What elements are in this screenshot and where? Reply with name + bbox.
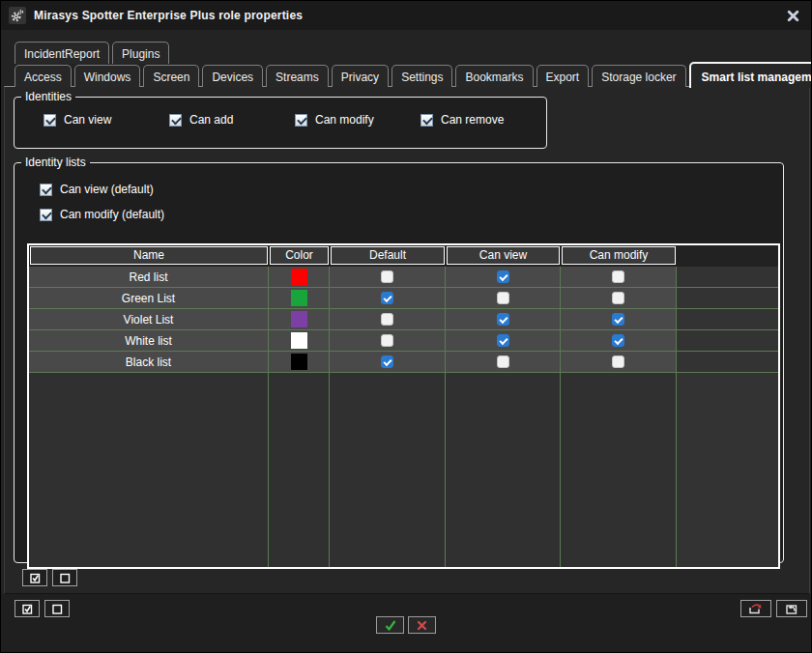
page-check-all-button[interactable] xyxy=(14,600,40,617)
color-swatch xyxy=(291,332,307,349)
tab-row-main: Access Windows Screen Devices Streams Pr… xyxy=(14,63,812,87)
column-header-can-modify: Can modify xyxy=(562,246,676,265)
table-body: Red listGreen ListViolet ListWhite listB… xyxy=(29,267,778,373)
can-view-checkbox[interactable] xyxy=(497,292,509,304)
identity-lists-legend: Identity lists xyxy=(21,156,90,169)
tab-plugins[interactable]: Plugins xyxy=(112,42,169,64)
color-swatch xyxy=(291,269,307,285)
can-view-default-checkbox[interactable] xyxy=(40,184,52,196)
tab-settings[interactable]: Settings xyxy=(392,65,452,87)
table-row[interactable]: White list xyxy=(29,330,778,352)
tab-devices[interactable]: Devices xyxy=(202,65,263,87)
tab-smart-list-management[interactable]: Smart list management xyxy=(689,62,812,88)
default-checkbox[interactable] xyxy=(381,334,393,347)
ok-button[interactable] xyxy=(376,616,404,634)
can-modify-checkbox[interactable] xyxy=(612,313,624,326)
table-row[interactable]: Violet List xyxy=(29,309,778,330)
list-color-cell xyxy=(269,352,330,372)
can-modify-checkbox[interactable] xyxy=(612,292,624,304)
identities-options: Can view Can add Can modify Can remove xyxy=(14,103,546,127)
can-modify-checkbox[interactable] xyxy=(612,270,624,283)
color-swatch xyxy=(291,290,307,306)
can-view-checkbox[interactable] xyxy=(497,355,509,368)
can-view-checkbox[interactable] xyxy=(497,313,509,326)
tab-row-plugins: IncidentReport Plugins xyxy=(14,42,172,64)
column-header-can-view: Can view xyxy=(447,246,560,265)
list-name-cell: Black list xyxy=(29,352,269,372)
window-title: Mirasys Spotter Enterprise Plus role pro… xyxy=(34,9,303,22)
default-checkbox[interactable] xyxy=(381,313,393,326)
can-modify-cell xyxy=(561,352,677,372)
title-bar: Mirasys Spotter Enterprise Plus role pro… xyxy=(1,1,811,30)
table-row[interactable]: Green List xyxy=(29,288,778,309)
can-modify-cell xyxy=(561,288,677,308)
can-remove-checkbox[interactable] xyxy=(420,114,433,127)
column-header-name: Name xyxy=(30,246,268,265)
table-uncheck-all-button[interactable] xyxy=(52,569,77,586)
identities-groupbox: Identities Can view Can add Can modify C… xyxy=(14,90,547,149)
can-modify-checkbox[interactable] xyxy=(295,114,307,127)
can-view-cell xyxy=(446,352,561,372)
page-uncheck-all-button[interactable] xyxy=(44,600,70,617)
column-header-default: Default xyxy=(331,246,445,265)
smart-list-table: Name Color Default Can view Can modify R… xyxy=(27,243,780,569)
can-modify-checkbox[interactable] xyxy=(612,355,624,368)
tab-access[interactable]: Access xyxy=(14,65,72,87)
list-color-cell xyxy=(269,267,330,287)
color-swatch xyxy=(291,311,307,327)
undo-arrow-icon xyxy=(783,603,800,615)
table-row[interactable]: Black list xyxy=(29,352,778,373)
list-name-cell: Green List xyxy=(29,288,269,308)
tab-bookmarks[interactable]: Bookmarks xyxy=(455,65,533,87)
default-checkbox[interactable] xyxy=(381,292,393,304)
table-check-all-button[interactable] xyxy=(22,569,47,586)
checkbox-label: Can remove xyxy=(441,113,504,127)
check-all-icon xyxy=(21,603,34,615)
row-filler-cell xyxy=(677,309,778,329)
default-checkbox[interactable] xyxy=(381,270,393,283)
cancel-button[interactable] xyxy=(408,616,436,634)
tab-export[interactable]: Export xyxy=(536,65,590,87)
list-name-cell: Violet List xyxy=(29,309,269,329)
table-select-buttons xyxy=(22,569,77,586)
uncheck-all-icon xyxy=(59,572,72,584)
tab-storage-locker[interactable]: Storage locker xyxy=(592,65,685,87)
checkbox-label: Can modify (default) xyxy=(60,208,164,221)
can-modify-checkbox[interactable] xyxy=(612,334,624,347)
can-view-cell xyxy=(446,267,561,287)
identities-legend: Identities xyxy=(21,90,75,103)
can-view-cell xyxy=(446,309,561,329)
can-view-checkbox[interactable] xyxy=(497,270,509,283)
tab-screen[interactable]: Screen xyxy=(143,65,199,87)
tab-incidentreport[interactable]: IncidentReport xyxy=(14,42,109,64)
default-checkbox[interactable] xyxy=(381,355,393,368)
close-icon[interactable] xyxy=(784,8,801,23)
table-row[interactable]: Red list xyxy=(29,267,778,288)
ok-check-icon xyxy=(384,619,397,632)
can-add-checkbox[interactable] xyxy=(169,114,182,127)
can-modify-cell xyxy=(561,330,677,351)
default-cell xyxy=(330,352,446,372)
identities-option: Can modify xyxy=(295,113,420,127)
undo-button[interactable] xyxy=(776,600,807,617)
list-name-cell: White list xyxy=(29,330,269,351)
page-select-buttons xyxy=(14,600,70,617)
can-view-checkbox[interactable] xyxy=(497,334,509,347)
identity-lists-option: Can modify (default) xyxy=(40,202,783,227)
revert-undo-buttons xyxy=(740,600,807,617)
column-header-color: Color xyxy=(270,246,329,265)
table-header: Name Color Default Can view Can modify xyxy=(29,245,778,267)
ok-cancel-buttons xyxy=(376,616,436,634)
table-empty-area xyxy=(29,373,778,567)
can-view-checkbox[interactable] xyxy=(44,114,56,127)
list-color-cell xyxy=(269,330,330,351)
column-header-filler xyxy=(678,246,777,265)
tab-privacy[interactable]: Privacy xyxy=(332,65,389,87)
list-color-cell xyxy=(269,309,330,329)
tab-windows[interactable]: Windows xyxy=(74,65,141,87)
can-modify-default-checkbox[interactable] xyxy=(40,209,52,221)
role-properties-dialog: Mirasys Spotter Enterprise Plus role pro… xyxy=(0,0,812,653)
revert-button[interactable] xyxy=(740,600,771,617)
tab-streams[interactable]: Streams xyxy=(266,65,329,87)
gear-icon xyxy=(9,7,26,24)
